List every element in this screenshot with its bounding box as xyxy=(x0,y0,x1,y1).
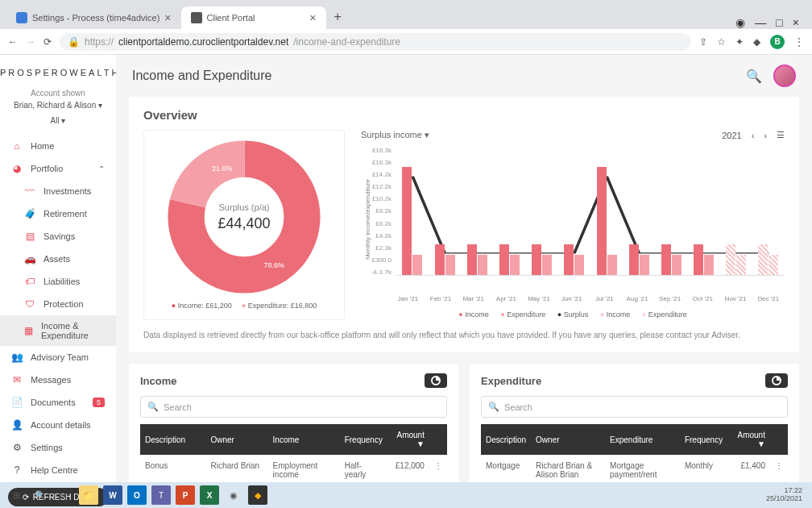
window-maximize[interactable]: □ xyxy=(776,16,782,29)
browser-tab-1[interactable]: Settings - Process (time4advice) × xyxy=(6,6,181,29)
share-icon[interactable]: ⇪ xyxy=(699,36,707,48)
window-account-icon[interactable]: ◉ xyxy=(735,16,745,29)
tab-title-2: Client Portal xyxy=(207,13,255,23)
nav-settings[interactable]: ⚙Settings xyxy=(0,436,116,459)
donut-legend-income: Income: £61,200 xyxy=(172,302,232,310)
address-bar: ← → ⟳ 🔒 https://clientportaldemo.curocli… xyxy=(0,29,812,55)
portfolio-icon: ◕ xyxy=(11,163,23,174)
search-icon[interactable]: 🔍 xyxy=(746,69,762,84)
new-tab-button[interactable]: + xyxy=(326,5,350,29)
nav-liabilities[interactable]: 🏷Liabilities xyxy=(0,270,116,293)
donut-income-pct: 78.6% xyxy=(263,261,284,269)
chart-prev[interactable]: ‹ xyxy=(752,131,755,140)
profile-badge[interactable]: B xyxy=(770,35,785,49)
browser-menu-icon[interactable]: ⋮ xyxy=(794,36,804,48)
brand-logo: PROSPEROWEALTH xyxy=(0,63,116,89)
taskbar-word[interactable]: W xyxy=(103,485,122,505)
nav-income-expenditure[interactable]: ▦Income & Expenditure xyxy=(0,315,116,346)
account-all-selector[interactable]: All ▾ xyxy=(0,116,116,125)
page-title: Income and Expenditure xyxy=(132,69,271,83)
user-avatar[interactable] xyxy=(773,65,796,87)
taskbar-powerpoint[interactable]: P xyxy=(176,485,195,505)
nav-account-details[interactable]: 👤Account details xyxy=(0,414,116,436)
window-minimize[interactable]: — xyxy=(755,16,766,29)
taskbar-explorer[interactable]: 📁 xyxy=(79,485,98,505)
nav-home[interactable]: ⌂Home xyxy=(0,135,116,157)
search-icon: 🔍 xyxy=(488,402,499,412)
nav-advisory[interactable]: 👥Advisory Team xyxy=(0,346,116,369)
nav-forward[interactable]: → xyxy=(26,36,35,48)
tab-favicon-2 xyxy=(191,12,202,23)
overview-title: Overview xyxy=(143,108,785,122)
account-icon: 👤 xyxy=(11,419,23,431)
assets-icon: 🚗 xyxy=(24,253,35,264)
gear-icon: ⚙ xyxy=(11,442,23,453)
advisory-icon: 👥 xyxy=(11,352,23,363)
windows-taskbar: ⊞ 🔍 ▭ 📁 W O T P X ◉ ◆ 17:22 25/10/2021 xyxy=(0,482,812,508)
table-row[interactable]: MortgageRichard Brian & Alison BrianMort… xyxy=(481,455,788,482)
browser-tabs: Settings - Process (time4advice) × Clien… xyxy=(0,0,812,29)
nav-reload[interactable]: ⟳ xyxy=(44,36,52,48)
expenditure-title: Expenditure xyxy=(481,375,541,387)
documents-icon: 📄 xyxy=(11,397,23,408)
chart-year: 2021 xyxy=(722,131,741,140)
taskbar-teams[interactable]: T xyxy=(151,485,171,505)
tab-close-1[interactable]: × xyxy=(164,11,171,24)
task-view[interactable]: ▭ xyxy=(55,485,74,505)
bookmark-icon[interactable]: ☆ xyxy=(717,36,726,48)
expenditure-chart-toggle[interactable] xyxy=(765,373,788,388)
nav-investments[interactable]: 〰Investments xyxy=(0,180,116,202)
taskbar-chrome[interactable]: ◉ xyxy=(224,485,243,505)
nav-savings[interactable]: ▤Savings xyxy=(0,225,116,248)
table-row[interactable]: BonusRichard BrianEmployment incomeHalf-… xyxy=(140,455,447,482)
url-host: clientportaldemo.curoclientportaldev.net xyxy=(118,36,288,48)
browser-tab-2[interactable]: Client Portal × xyxy=(181,6,326,29)
income-chart-toggle[interactable] xyxy=(425,373,447,388)
y-axis-ticks: £18.3k£16.3k£14.2k£12.2k£10.2k£8.2k£6.2k… xyxy=(371,147,396,276)
start-button[interactable]: ⊞ xyxy=(6,485,26,505)
taskbar-excel[interactable]: X xyxy=(200,485,219,505)
x-axis-labels: Jan '21Feb '21Mar '21Apr '21May '21Jun '… xyxy=(361,292,785,302)
donut-legend-exp: Expenditure: £16,800 xyxy=(242,302,317,310)
nav-retirement[interactable]: 🧳Retirement xyxy=(0,202,116,225)
messages-icon: ✉ xyxy=(11,374,23,385)
nav-messages[interactable]: ✉Messages xyxy=(0,369,116,391)
tab-close-2[interactable]: × xyxy=(309,11,316,24)
taskbar-search[interactable]: 🔍 xyxy=(31,485,50,505)
protection-icon: 🛡 xyxy=(24,298,35,310)
url-input[interactable]: 🔒 https://clientportaldemo.curoclientpor… xyxy=(60,33,691,51)
extension-icon-1[interactable]: ✦ xyxy=(735,36,744,48)
taskbar-app[interactable]: ◆ xyxy=(248,485,267,505)
window-close[interactable]: × xyxy=(793,16,799,29)
account-selector[interactable]: Brian, Richard & Alison ▾ xyxy=(0,101,116,110)
savings-icon: ▤ xyxy=(24,231,35,242)
donut-center-label: Surplus (p/a) xyxy=(218,202,270,212)
donut-chart: Surplus (p/a) £44,400 21.6% 78.6% Income… xyxy=(143,130,345,320)
nav-documents[interactable]: 📄Documents5 xyxy=(0,391,116,414)
extension-icon-2[interactable]: ◆ xyxy=(753,36,760,48)
chart-next[interactable]: › xyxy=(764,131,767,140)
income-icon: ▦ xyxy=(24,325,33,336)
income-search[interactable]: 🔍 Search xyxy=(140,396,447,418)
nav-protection[interactable]: 🛡Protection xyxy=(0,293,116,315)
row-menu[interactable]: ⋮ xyxy=(429,455,447,482)
nav-back[interactable]: ← xyxy=(8,36,18,48)
chart-type-selector[interactable]: Surplus income ▾ xyxy=(361,130,429,140)
taskbar-clock[interactable]: 17:22 25/10/2021 xyxy=(766,487,806,503)
taskbar-outlook[interactable]: O xyxy=(127,485,147,505)
donut-exp-pct: 21.6% xyxy=(212,164,233,173)
income-title: Income xyxy=(140,375,177,387)
chart-legend: Income Expenditure Surplus Income Expend… xyxy=(361,310,785,319)
search-icon: 🔍 xyxy=(147,402,159,412)
retirement-icon: 🧳 xyxy=(24,208,35,219)
account-shown-label: Account shown xyxy=(0,89,116,98)
chart-filter-icon[interactable]: ☰ xyxy=(777,130,785,140)
url-prefix: https:// xyxy=(85,36,114,48)
nav-assets[interactable]: 🚗Assets xyxy=(0,248,116,270)
chevron-up-icon: ⌃ xyxy=(98,164,105,173)
nav-portfolio[interactable]: ◕Portfolio⌃ xyxy=(0,157,116,180)
expenditure-search[interactable]: 🔍 Search xyxy=(481,396,788,418)
row-menu[interactable]: ⋮ xyxy=(770,455,788,482)
y-axis-label: Monthly income/expenditure xyxy=(361,179,371,260)
nav-help[interactable]: ?Help Centre xyxy=(0,459,116,481)
